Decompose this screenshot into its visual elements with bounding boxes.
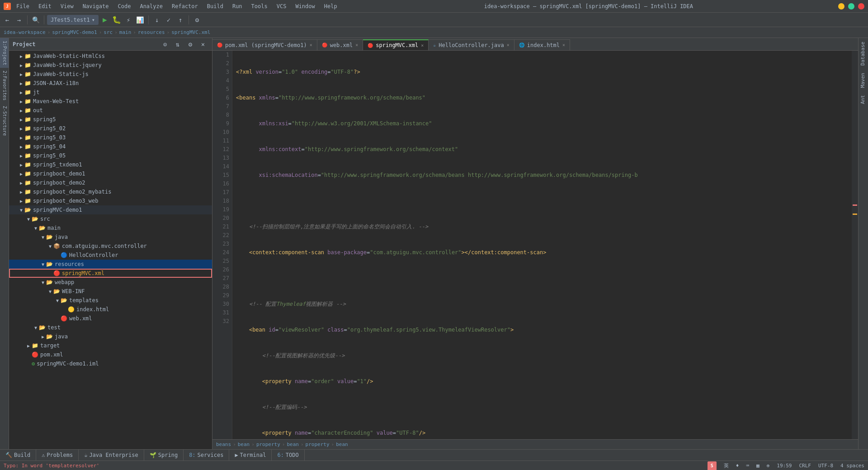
gutter-mark-warning[interactable]: [853, 214, 857, 215]
tree-item-test[interactable]: ▼ 📂 test: [9, 323, 212, 332]
tree-item-JavaWeb-Static-js[interactable]: ▶ 📁 JavaWeb-Static-js: [9, 70, 212, 79]
coverage-button[interactable]: ⚡: [123, 14, 134, 25]
editor-crumb-property1[interactable]: property: [256, 442, 280, 447]
tree-item-springboot_demo1[interactable]: ▶ 📁 springboot_demo1: [9, 169, 212, 178]
tree-item-Maven-Web-Test[interactable]: ▶ 📁 Maven-Web-Test: [9, 97, 212, 106]
tree-item-templates[interactable]: ▼ 📂 templates: [9, 296, 212, 305]
bottom-tab-build[interactable]: 🔨 Build: [0, 450, 36, 461]
debug-button[interactable]: 🐛: [111, 14, 122, 25]
editor-crumb-bean[interactable]: bean: [238, 442, 250, 447]
menu-view[interactable]: View: [59, 2, 75, 10]
sidebar-tab-favorites[interactable]: 2:Favorites: [0, 68, 9, 103]
tree-item-HelloController[interactable]: 🔵 HelloController: [9, 251, 212, 260]
right-tab-database[interactable]: Database: [859, 38, 868, 69]
tree-item-JavaWeb-Static-jquery[interactable]: ▶ 📁 JavaWeb-Static-jquery: [9, 61, 212, 70]
tree-item-target[interactable]: ▶ 📁 target: [9, 341, 212, 350]
editor-crumb-bean3[interactable]: bean: [336, 442, 348, 447]
back-button[interactable]: ←: [2, 14, 13, 25]
breadcrumb-workspace[interactable]: idea-workspace: [4, 29, 46, 35]
tab-web-xml[interactable]: 🔴 web.xml ×: [317, 39, 363, 50]
breadcrumb-resources[interactable]: resources: [138, 29, 165, 35]
tree-item-springMVC-demo1[interactable]: ▼ 📂 springMVC-demo1: [9, 205, 212, 214]
tree-item-out[interactable]: ▶ 📁 out: [9, 106, 212, 115]
profile-button[interactable]: 📊: [135, 14, 146, 25]
right-tab-maven[interactable]: Maven: [859, 69, 868, 91]
tree-item-web-xml[interactable]: 🔴 web.xml: [9, 314, 212, 323]
menu-help[interactable]: Help: [322, 2, 339, 10]
menu-refactor[interactable]: Refactor: [170, 2, 200, 10]
tree-item-src[interactable]: ▼ 📂 src: [9, 214, 212, 223]
tree-item-JavaWeb-Static-HtmlCss[interactable]: ▶ 📁 JavaWeb-Static-HtmlCss: [9, 52, 212, 61]
tab-close-button[interactable]: ×: [507, 43, 509, 47]
tree-item-java[interactable]: ▼ 📂 java: [9, 233, 212, 242]
menu-analyze[interactable]: Analyze: [138, 2, 165, 10]
bottom-tab-todo[interactable]: 6: TODO: [272, 450, 304, 461]
menu-code[interactable]: Code: [116, 2, 133, 10]
project-expand-icon[interactable]: ⇅: [172, 39, 183, 50]
tree-item-controller-pkg[interactable]: ▼ 📦 com.atguigu.mvc.controller: [9, 242, 212, 251]
menu-vcs[interactable]: VCS: [275, 2, 288, 10]
git-push-button[interactable]: ↑: [175, 14, 186, 25]
tab-HelloController[interactable]: ☕ HelloController.java ×: [429, 39, 514, 50]
editor-crumb-bean2[interactable]: bean: [287, 442, 299, 447]
menu-window[interactable]: Window: [293, 2, 316, 10]
project-locate-icon[interactable]: ⊙: [160, 39, 170, 50]
tree-item-spring5_05[interactable]: ▶ 📁 spring5_05: [9, 151, 212, 160]
breadcrumb-main[interactable]: main: [119, 29, 132, 35]
git-commit-button[interactable]: ✓: [163, 14, 174, 25]
tab-close-button[interactable]: ×: [562, 43, 565, 47]
tab-pom-xml[interactable]: 🔴 pom.xml (springMVC-demo1) ×: [212, 39, 317, 50]
menu-run[interactable]: Run: [231, 2, 244, 10]
forward-button[interactable]: →: [14, 14, 24, 25]
sidebar-tab-project[interactable]: 1:Project: [0, 38, 9, 68]
tree-item-index-html[interactable]: 🟡 index.html: [9, 305, 212, 314]
tree-item-spring5_03[interactable]: ▶ 📁 spring5_03: [9, 133, 212, 142]
breadcrumb-src[interactable]: src: [104, 29, 113, 35]
bottom-tab-problems[interactable]: ⚠ Problems: [36, 450, 79, 461]
editor-crumb-property2[interactable]: property: [306, 442, 330, 447]
tree-item-springboot_demo2_mybatis[interactable]: ▶ 📁 springboot_demo2_mybatis: [9, 187, 212, 196]
menu-navigate[interactable]: Navigate: [81, 2, 111, 10]
minimize-button[interactable]: −: [838, 3, 844, 9]
maximize-button[interactable]: □: [848, 3, 854, 9]
gutter-mark-error[interactable]: [853, 204, 857, 206]
tree-item-webapp[interactable]: ▼ 📂 webapp: [9, 278, 212, 287]
tree-item-resources[interactable]: ▼ 📂 resources: [9, 260, 212, 269]
bottom-tab-spring[interactable]: 🌱 Spring: [144, 450, 184, 461]
breadcrumb-file[interactable]: springMVC.xml: [171, 29, 210, 35]
status-encoding[interactable]: UTF-8: [818, 463, 833, 469]
bottom-tab-terminal[interactable]: ▶ Terminal: [229, 450, 272, 461]
tree-item-springMVC-xml[interactable]: 🔴 springMVC.xml: [9, 269, 212, 278]
code-content[interactable]: <?xml version="1.0" encoding="UTF-8"?> <…: [232, 51, 852, 439]
sidebar-tab-structure[interactable]: Z-Structure: [0, 103, 9, 138]
menu-tools[interactable]: Tools: [250, 2, 269, 10]
settings-button[interactable]: ⚙: [192, 14, 203, 25]
project-close-icon[interactable]: ×: [198, 39, 208, 50]
editor-crumb-beans[interactable]: beans: [216, 442, 231, 447]
bottom-tab-services[interactable]: 8: Services: [184, 450, 229, 461]
menu-file[interactable]: File: [14, 2, 31, 10]
run-button[interactable]: ▶: [99, 14, 110, 25]
menu-build[interactable]: Build: [205, 2, 225, 10]
menu-edit[interactable]: Edit: [37, 2, 53, 10]
tab-index-html[interactable]: 🌐 index.html ×: [514, 39, 570, 50]
tree-item-spring5_02[interactable]: ▶ 📁 spring5_02: [9, 124, 212, 133]
run-configuration[interactable]: JTest5.test1 ▾: [47, 15, 99, 25]
tree-item-WEB-INF[interactable]: ▼ 📂 WEB-INF: [9, 287, 212, 296]
right-tab-ant[interactable]: Ant: [859, 91, 868, 108]
status-indent[interactable]: 4 spaces: [840, 463, 864, 469]
tree-item-spring5[interactable]: ▶ 📁 spring5: [9, 115, 212, 124]
tree-item-spring5_04[interactable]: ▶ 📁 spring5_04: [9, 142, 212, 151]
tab-close-button[interactable]: ×: [355, 43, 358, 47]
git-update-button[interactable]: ↓: [151, 14, 162, 25]
project-settings-icon[interactable]: ⚙: [185, 39, 196, 50]
status-line-ending[interactable]: CRLF: [799, 463, 811, 469]
tree-item-springboot_demo3_web[interactable]: ▶ 📁 springboot_demo3_web: [9, 196, 212, 205]
tree-item-iml[interactable]: ⚙ springMVC-demo1.iml: [9, 359, 212, 368]
tree-item-spring5_txdemo1[interactable]: ▶ 📁 spring5_txdemo1: [9, 160, 212, 169]
tree-item-springboot_demo2[interactable]: ▶ 📁 springboot_demo2: [9, 178, 212, 187]
bottom-tab-java-enterprise[interactable]: ☕ Java Enterprise: [79, 450, 144, 461]
tree-item-main[interactable]: ▼ 📂 main: [9, 223, 212, 233]
breadcrumb-module[interactable]: springMVC-demo1: [52, 29, 97, 35]
tab-close-button[interactable]: ×: [421, 43, 424, 48]
